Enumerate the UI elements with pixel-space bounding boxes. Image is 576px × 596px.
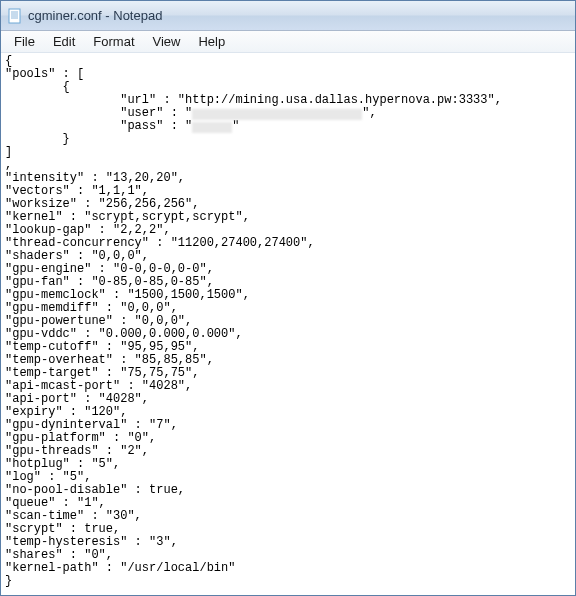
text-line: "shares" : "0", xyxy=(5,548,113,562)
text-line: "kernel" : "scrypt,scrypt,scrypt", xyxy=(5,210,250,224)
text-line: "pass" : " xyxy=(5,119,192,133)
text-line: "lookup-gap" : "2,2,2", xyxy=(5,223,171,237)
text-line: "gpu-vddc" : "0.000,0.000,0.000", xyxy=(5,327,243,341)
text-line: "gpu-fan" : "0-85,0-85,0-85", xyxy=(5,275,214,289)
text-line: "temp-cutoff" : "95,95,95", xyxy=(5,340,199,354)
text-line: "expiry" : "120", xyxy=(5,405,127,419)
text-line: "gpu-threads" : "2", xyxy=(5,444,149,458)
text-line: "gpu-memdiff" : "0,0,0", xyxy=(5,301,178,315)
text-line: "gpu-engine" : "0-0,0-0,0-0", xyxy=(5,262,214,276)
text-line: , xyxy=(5,158,12,172)
text-line: "api-mcast-port" : "4028", xyxy=(5,379,192,393)
text-line: "gpu-powertune" : "0,0,0", xyxy=(5,314,192,328)
text-line: "queue" : "1", xyxy=(5,496,106,510)
editor-content[interactable]: { "pools" : [ { "url" : "http://mining.u… xyxy=(1,53,575,590)
text-line: "shaders" : "0,0,0", xyxy=(5,249,149,263)
window-titlebar: cgminer.conf - Notepad xyxy=(1,1,575,31)
window-title: cgminer.conf - Notepad xyxy=(28,8,162,23)
text-line: { xyxy=(5,54,12,68)
redacted-user xyxy=(192,109,362,120)
text-line: "pools" : [ xyxy=(5,67,84,81)
menu-edit[interactable]: Edit xyxy=(44,32,84,51)
menu-help[interactable]: Help xyxy=(189,32,234,51)
menu-file[interactable]: File xyxy=(5,32,44,51)
notepad-icon xyxy=(7,8,23,24)
text-line: "vectors" : "1,1,1", xyxy=(5,184,149,198)
text-line: "api-port" : "4028", xyxy=(5,392,149,406)
text-line: "hotplug" : "5", xyxy=(5,457,120,471)
text-line: "temp-hysteresis" : "3", xyxy=(5,535,178,549)
text-line: "scrypt" : true, xyxy=(5,522,120,536)
text-line: ] xyxy=(5,145,12,159)
text-line: { xyxy=(5,80,70,94)
text-line: "user" : " xyxy=(5,106,192,120)
text-line: "kernel-path" : "/usr/local/bin" xyxy=(5,561,235,575)
text-line: } xyxy=(5,132,70,146)
text-line: "worksize" : "256,256,256", xyxy=(5,197,199,211)
text-line: "gpu-platform" : "0", xyxy=(5,431,156,445)
menu-view[interactable]: View xyxy=(144,32,190,51)
text-line: "log" : "5", xyxy=(5,470,91,484)
text-line: "temp-overheat" : "85,85,85", xyxy=(5,353,214,367)
redacted-pass xyxy=(192,122,232,133)
text-line: "no-pool-disable" : true, xyxy=(5,483,185,497)
text-line: "url" : "http://mining.usa.dallas.hypern… xyxy=(5,93,502,107)
text-line: "thread-concurrency" : "11200,27400,2740… xyxy=(5,236,315,250)
text-line: } xyxy=(5,574,12,588)
text-line: "temp-target" : "75,75,75", xyxy=(5,366,199,380)
text-line: "gpu-memclock" : "1500,1500,1500", xyxy=(5,288,250,302)
text-line: ", xyxy=(362,106,376,120)
text-line: "scan-time" : "30", xyxy=(5,509,142,523)
menu-bar: File Edit Format View Help xyxy=(1,31,575,53)
text-line: "gpu-dyninterval" : "7", xyxy=(5,418,178,432)
menu-format[interactable]: Format xyxy=(84,32,143,51)
text-line: " xyxy=(232,119,239,133)
text-line: "intensity" : "13,20,20", xyxy=(5,171,185,185)
